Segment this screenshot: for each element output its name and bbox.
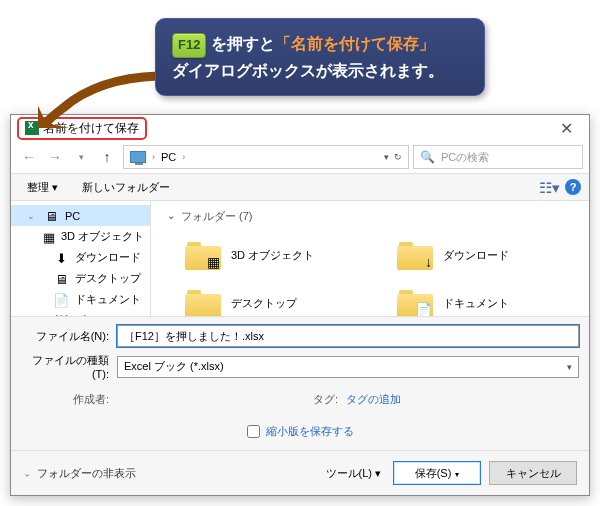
view-options-button[interactable]: ☷▾ (539, 179, 557, 195)
organize-button[interactable]: 整理 ▾ (19, 177, 66, 198)
tree-item-label: デスクトップ (75, 271, 141, 286)
save-button[interactable]: 保存(S)▾ (393, 461, 481, 485)
cancel-button[interactable]: キャンセル (489, 461, 577, 485)
tree-item-label: ダウンロード (75, 250, 141, 265)
folder-icon: ↓ (397, 239, 433, 271)
up-button[interactable]: ↑ (95, 145, 119, 169)
forward-button[interactable]: → (43, 145, 67, 169)
recent-dropdown[interactable]: ▾ (69, 145, 93, 169)
tree-item[interactable]: ▦3D オブジェクト (11, 226, 150, 247)
new-folder-button[interactable]: 新しいフォルダー (74, 177, 178, 198)
toolbar: 整理 ▾ 新しいフォルダー ☷▾ ? (11, 173, 589, 201)
folder-label: デスクトップ (231, 296, 297, 311)
address-bar[interactable]: › PC › ▾ ↻ (123, 145, 409, 169)
save-thumbnail-checkbox[interactable] (247, 425, 260, 438)
filename-input[interactable] (117, 325, 579, 347)
folder-icon: 🖥 (43, 209, 59, 223)
folder-icon: ▦ (43, 230, 55, 244)
filename-label: ファイル名(N): (21, 329, 109, 344)
folder-group-header[interactable]: ⌄ フォルダー (7) (163, 209, 577, 224)
search-icon: 🔍 (420, 150, 435, 164)
tools-button[interactable]: ツール(L) ▾ (322, 462, 386, 485)
filetype-select[interactable]: Excel ブック (*.xlsx) ▾ (117, 356, 579, 378)
tree-item-label: ドキュメント (75, 292, 141, 307)
folder-icon: 🖥 (53, 272, 69, 286)
excel-icon (25, 121, 39, 135)
tree-item[interactable]: 🖥デスクトップ (11, 268, 150, 289)
add-tag-link[interactable]: タグの追加 (346, 392, 401, 407)
search-box[interactable]: 🔍 PCの検索 (413, 145, 583, 169)
folder-label: ドキュメント (443, 296, 509, 311)
author-label: 作成者: (21, 392, 109, 407)
instruction-callout: F12 を押すと「名前を付けて保存」 ダイアログボックスが表示されます。 (155, 18, 485, 96)
tree-item-label: 3D オブジェクト (61, 229, 144, 244)
search-placeholder: PCの検索 (441, 150, 489, 165)
folder-content-pane[interactable]: ⌄ フォルダー (7) ▦3D オブジェクト↓ダウンロードデスクトップ📄ドキュメ… (151, 201, 589, 316)
tag-label: タグ: (313, 392, 338, 407)
form-area: ファイル名(N): ファイルの種類(T): Excel ブック (*.xlsx)… (11, 316, 589, 450)
folder-tree[interactable]: ⌄🖥PC▦3D オブジェクト⬇ダウンロード🖥デスクトップ📄ドキュメント🖼ピクチャ… (11, 201, 151, 316)
tree-item[interactable]: 📄ドキュメント (11, 289, 150, 310)
help-button[interactable]: ? (565, 179, 581, 195)
folder-item[interactable]: 📄ドキュメント (395, 282, 577, 316)
folder-item[interactable]: デスクトップ (183, 282, 365, 316)
close-button[interactable]: ✕ (550, 119, 583, 138)
filetype-label: ファイルの種類(T): (21, 353, 109, 380)
f12-key-badge: F12 (172, 33, 206, 58)
tree-item[interactable]: ⌄🖥PC (11, 205, 150, 226)
folder-item[interactable]: ↓ダウンロード (395, 234, 577, 276)
folder-icon (185, 287, 221, 316)
folder-label: ダウンロード (443, 248, 509, 263)
tree-item[interactable]: ⬇ダウンロード (11, 247, 150, 268)
refresh-button[interactable]: ▾ ↻ (384, 152, 402, 162)
folder-label: 3D オブジェクト (231, 248, 314, 263)
folder-icon: 📄 (397, 287, 433, 316)
dialog-footer: ⌃ フォルダーの非表示 ツール(L) ▾ 保存(S)▾ キャンセル (11, 450, 589, 495)
callout-arrow (38, 68, 168, 128)
back-button[interactable]: ← (17, 145, 41, 169)
folder-icon: 📄 (53, 293, 69, 307)
hide-folder-button[interactable]: ⌃ フォルダーの非表示 (23, 466, 136, 481)
tree-item-label: PC (65, 210, 80, 222)
save-as-dialog: 名前を付けて保存 ✕ ← → ▾ ↑ › PC › ▾ ↻ 🔍 PCの検索 整理… (10, 114, 590, 496)
folder-icon: ▦ (185, 239, 221, 271)
breadcrumb-pc[interactable]: PC (161, 151, 176, 163)
navigation-bar: ← → ▾ ↑ › PC › ▾ ↻ 🔍 PCの検索 (11, 141, 589, 173)
save-thumbnail-label: 縮小版を保存する (266, 424, 354, 439)
folder-icon: ⬇ (53, 251, 69, 265)
pc-icon (130, 151, 146, 163)
folder-item[interactable]: ▦3D オブジェクト (183, 234, 365, 276)
